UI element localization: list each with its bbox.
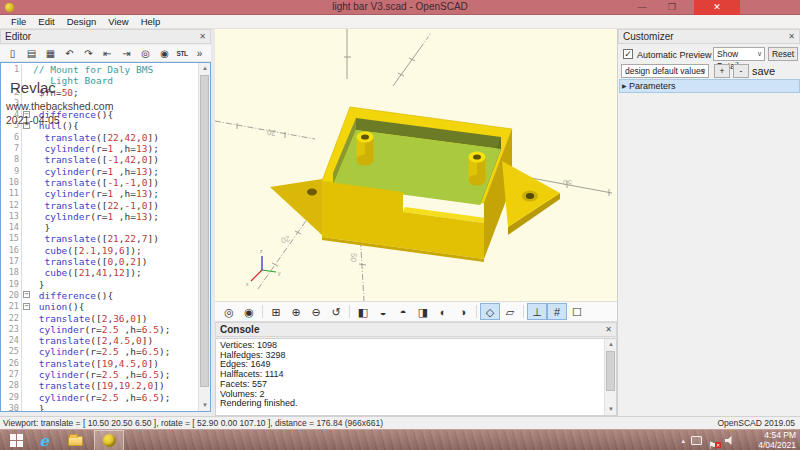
menu-view[interactable]: View	[102, 15, 134, 29]
code-line[interactable]: 10 translate([-1,-1,0])	[1, 177, 197, 188]
code-line[interactable]: 7 cylinder(r=1 ,h=13);	[1, 143, 197, 154]
zoom-in-button[interactable]: ⊕	[286, 303, 306, 320]
customizer-panel-header[interactable]: Customizer ✕	[618, 29, 800, 44]
scroll-up-icon[interactable]: ▲	[199, 63, 211, 74]
reset-button[interactable]: Reset	[768, 47, 798, 61]
view-back-button[interactable]: ◑	[453, 303, 473, 320]
perspective-button[interactable]: ◇	[480, 303, 500, 320]
add-preset-button[interactable]: +	[714, 64, 730, 78]
code-line[interactable]: 25 cylinder(r=2.5 ,h=6.5);	[1, 346, 197, 357]
code-line[interactable]: 5− hull(){	[1, 120, 197, 131]
internet-explorer-taskbar-icon[interactable]: e	[32, 430, 56, 450]
zoom-all-button[interactable]: ⊞	[266, 303, 286, 320]
code-line[interactable]: 21− union(){	[1, 301, 197, 312]
menu-help[interactable]: Help	[135, 15, 167, 29]
redo-button[interactable]: ↷	[79, 46, 98, 61]
code-line[interactable]: 18 cube([21,41,12]);	[1, 267, 197, 278]
reset-view-button[interactable]: ↺	[326, 303, 346, 320]
open-file-button[interactable]: ▤	[22, 46, 41, 61]
preview-button[interactable]: ◎	[136, 46, 155, 61]
code-line[interactable]: 4− difference(){	[1, 109, 197, 120]
code-line[interactable]: 13 cylinder(r=1 ,h=13);	[1, 211, 197, 222]
menu-design[interactable]: Design	[61, 15, 103, 29]
code-line[interactable]: 20− difference(){	[1, 290, 197, 301]
render-button[interactable]: ◉	[239, 303, 259, 320]
code-line[interactable]: 14 }	[1, 222, 197, 233]
unindent-button[interactable]: ⇤	[98, 46, 117, 61]
editor-panel-header[interactable]: Editor ✕	[0, 29, 211, 44]
editor-scrollbar-thumb[interactable]	[200, 75, 209, 387]
undo-button[interactable]: ↶	[60, 46, 79, 61]
close-icon[interactable]: ✕	[788, 30, 795, 44]
menu-edit[interactable]: Edit	[32, 15, 60, 29]
console-scrollbar[interactable]: ▲ ▼	[604, 339, 616, 415]
scroll-up-icon[interactable]: ▲	[605, 339, 617, 350]
parameters-group-row[interactable]: ▶ Parameters	[619, 79, 800, 93]
code-line[interactable]: Light Board	[1, 75, 197, 86]
console-panel-header[interactable]: Console ✕	[215, 322, 617, 337]
view-top-button[interactable]: ◒	[373, 303, 393, 320]
show-scale-markers-button[interactable]: #	[547, 303, 567, 320]
close-icon[interactable]: ✕	[199, 30, 206, 44]
start-button[interactable]	[6, 430, 26, 450]
code-line[interactable]: 30 }	[1, 403, 197, 412]
openscad-taskbar-icon[interactable]	[94, 430, 124, 450]
console-scrollbar-thumb[interactable]	[606, 351, 615, 391]
code-line[interactable]: 3	[1, 98, 197, 109]
remove-preset-button[interactable]: -	[733, 64, 749, 78]
preview-button[interactable]: ◎	[219, 303, 239, 320]
code-line[interactable]: 19 }	[1, 279, 197, 290]
action-center-icon[interactable]: ⚑ ✕	[708, 435, 719, 447]
console-output[interactable]: Vertices: 1098Halfedges: 3298Edges: 1649…	[215, 338, 617, 416]
viewport-3d-canvas[interactable]: x y z	[215, 29, 617, 301]
orthogonal-button[interactable]: ▱	[500, 303, 520, 320]
code-line[interactable]: 2 $fn=50;	[1, 87, 197, 98]
code-line[interactable]: 6 translate([22,42,0])	[1, 132, 197, 143]
scroll-down-icon[interactable]: ▼	[605, 404, 617, 415]
new-file-button[interactable]: ▯	[3, 46, 22, 61]
minimize-button[interactable]: —	[628, 0, 656, 15]
fold-icon[interactable]: −	[23, 122, 30, 129]
view-right-button[interactable]: ◧	[353, 303, 373, 320]
code-editor[interactable]: 1// Mount for Daly BMS Light Board2 $fn=…	[0, 62, 211, 412]
editor-scrollbar[interactable]: ▲ ▼	[198, 63, 210, 411]
title-bar[interactable]: light bar V3.scad - OpenSCAD — ❐ ✕	[0, 0, 800, 15]
details-dropdown[interactable]: Show Details ∨	[713, 47, 765, 61]
code-line[interactable]: 15 translate([21,22,7])	[1, 233, 197, 244]
automatic-preview-checkbox[interactable]: ✓	[623, 49, 633, 59]
render-button[interactable]: ◉	[155, 46, 174, 61]
code-line[interactable]: 27 cylinder(r=2.5 ,h=6.5);	[1, 369, 197, 380]
code-line[interactable]: 11 cylinder(r=1 ,h=13);	[1, 188, 197, 199]
view-front-button[interactable]: ◐	[433, 303, 453, 320]
code-line[interactable]: 26 translate([19,4.5,0])	[1, 358, 197, 369]
code-line[interactable]: 24 translate([2,4.5,0])	[1, 335, 197, 346]
view-bottom-button[interactable]: ◓	[393, 303, 413, 320]
save-file-button[interactable]: ▦	[41, 46, 60, 61]
code-line[interactable]: 22 translate([2,36,0])	[1, 313, 197, 324]
toolbar-overflow-button[interactable]: »	[190, 46, 209, 61]
code-line[interactable]: 16 cube([2.1,19,6]);	[1, 245, 197, 256]
taskbar-clock[interactable]: 4:54 PM 4/04/2021	[738, 430, 796, 450]
fold-icon[interactable]: −	[23, 111, 30, 118]
viewport-3d[interactable]: x y z 20205050	[215, 29, 617, 301]
fold-icon[interactable]: −	[23, 291, 30, 298]
code-line[interactable]: 29 cylinder(r=2.5 ,h=6.5);	[1, 392, 197, 403]
code-line[interactable]: 17 translate([0,0,2])	[1, 256, 197, 267]
export-stl-button[interactable]: STL	[174, 46, 190, 61]
volume-icon[interactable]	[725, 436, 734, 445]
code-line[interactable]: 28 translate([19,19.2,0])	[1, 380, 197, 391]
code-line[interactable]: 12 translate([22,-1,0])	[1, 200, 197, 211]
file-explorer-taskbar-icon[interactable]	[62, 430, 88, 450]
show-axes-button[interactable]: ⊥	[527, 303, 547, 320]
view-all-button[interactable]: ☐	[567, 303, 587, 320]
view-left-button[interactable]: ◨	[413, 303, 433, 320]
indent-button[interactable]: ⇥	[117, 46, 136, 61]
hidden-icons-button[interactable]: ▴	[681, 437, 685, 445]
code-line[interactable]: 9 cylinder(r=1 ,h=13);	[1, 166, 197, 177]
fold-icon[interactable]: −	[23, 303, 30, 310]
scroll-down-icon[interactable]: ▼	[199, 400, 211, 411]
maximize-button[interactable]: ❐	[658, 0, 686, 15]
code-line[interactable]: 1// Mount for Daly BMS	[1, 64, 197, 75]
zoom-out-button[interactable]: ⊖	[306, 303, 326, 320]
preset-dropdown[interactable]: design default values ∨	[621, 64, 709, 78]
